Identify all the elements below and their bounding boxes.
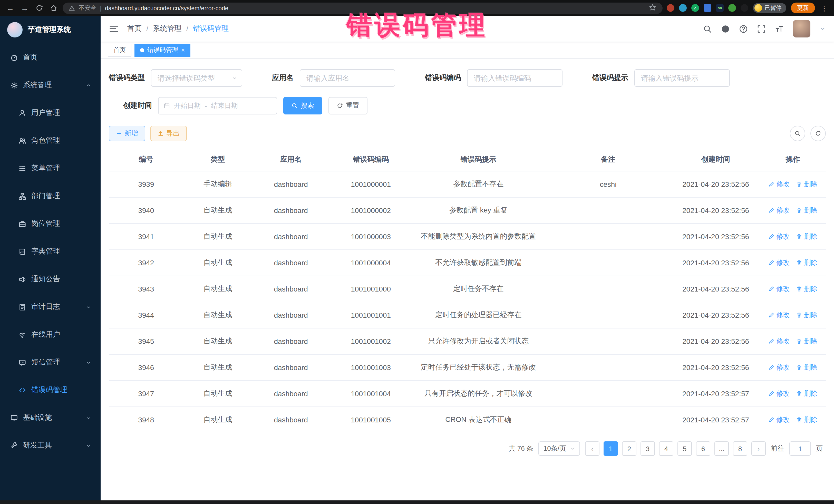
reset-button[interactable]: 重置	[328, 97, 368, 114]
sidebar-item[interactable]: 岗位管理	[0, 210, 101, 238]
edit-link[interactable]: 修改	[768, 310, 790, 320]
sidebar-item[interactable]: 基础设施	[0, 404, 101, 432]
breadcrumb-item[interactable]: 首页	[127, 24, 142, 34]
breadcrumb-item[interactable]: 系统管理	[153, 24, 182, 34]
edit-link[interactable]: 修改	[768, 337, 790, 346]
sidebar-item[interactable]: 通知公告	[0, 265, 101, 293]
edit-link[interactable]: 修改	[768, 180, 790, 189]
sidebar-item[interactable]: 首页	[0, 44, 101, 71]
extension-icon[interactable]: on	[716, 4, 724, 12]
close-tab-icon[interactable]: ×	[181, 47, 185, 53]
update-button[interactable]: 更新	[791, 3, 815, 13]
sidebar-item[interactable]: 角色管理	[0, 127, 101, 154]
error-type-select-input[interactable]	[151, 69, 242, 87]
search-icon[interactable]	[703, 24, 712, 33]
delete-link[interactable]: 删除	[796, 258, 817, 267]
profile-paused-chip[interactable]: 已暂停	[753, 3, 786, 13]
page-button[interactable]: 3	[640, 441, 655, 456]
edit-link[interactable]: 修改	[768, 232, 790, 241]
page-button[interactable]: 5	[678, 441, 692, 456]
sidebar-item[interactable]: 菜单管理	[0, 154, 101, 182]
cell-time: 2021-04-20 23:52:57	[672, 407, 760, 433]
sidebar-item[interactable]: 错误码管理	[0, 376, 101, 404]
toggle-search-button[interactable]	[790, 126, 805, 141]
delete-link[interactable]: 删除	[796, 206, 817, 215]
hamburger-icon[interactable]	[109, 24, 119, 34]
goto-page-input[interactable]	[789, 441, 811, 456]
cell-hint: 只有开启状态的任务，才可以修改	[412, 380, 545, 407]
extension-icon[interactable]	[667, 4, 674, 12]
page-button[interactable]: 8	[733, 441, 747, 456]
sidebar-item[interactable]: 审计日志	[0, 293, 101, 321]
caret-down-icon[interactable]	[820, 26, 826, 32]
cell-remark	[545, 380, 672, 407]
sidebar-item[interactable]: 在线用户	[0, 321, 101, 349]
add-button[interactable]: 新增	[109, 126, 145, 141]
refresh-table-button[interactable]	[810, 126, 826, 141]
page-button[interactable]: 6	[696, 441, 710, 456]
extension-icon[interactable]	[704, 4, 711, 12]
cell-id: 3940	[109, 197, 183, 223]
tab-1[interactable]: 错误码管理×	[134, 43, 191, 57]
sidebar-item[interactable]: 部门管理	[0, 182, 101, 210]
url-bar[interactable]: 不安全 | dashboard.yudao.iocoder.cn/system/…	[63, 2, 663, 14]
delete-link[interactable]: 删除	[796, 363, 817, 372]
extension-icon[interactable]	[728, 4, 736, 12]
home-icon[interactable]	[48, 4, 59, 12]
next-page-button[interactable]: ›	[751, 441, 766, 456]
prev-page-button[interactable]: ‹	[585, 441, 599, 456]
create-time-range[interactable]: 开始日期 - 结束日期	[158, 97, 277, 114]
delete-link[interactable]: 删除	[796, 389, 817, 398]
delete-link[interactable]: 删除	[796, 415, 817, 424]
menu-kebab-icon[interactable]: ⋮	[820, 4, 829, 12]
bookmark-star-icon[interactable]	[649, 4, 656, 12]
tab-0[interactable]: 首页	[108, 43, 131, 57]
page-button[interactable]: 1	[603, 441, 618, 456]
back-icon[interactable]: ←	[5, 4, 15, 12]
delete-link[interactable]: 删除	[796, 284, 817, 293]
reload-icon[interactable]	[34, 4, 44, 12]
edit-link[interactable]: 修改	[768, 258, 790, 267]
edit-link[interactable]: 修改	[768, 206, 790, 215]
sidebar-item[interactable]: 用户管理	[0, 99, 101, 127]
cell-time: 2021-04-20 23:52:56	[672, 250, 760, 276]
export-button[interactable]: 导出	[150, 126, 187, 141]
delete-link[interactable]: 删除	[796, 180, 817, 189]
edit-link[interactable]: 修改	[768, 389, 790, 398]
app-name-input[interactable]	[300, 69, 395, 87]
forward-icon[interactable]: →	[20, 4, 30, 12]
extension-icon[interactable]	[741, 4, 748, 12]
page-button[interactable]: 2	[622, 441, 636, 456]
cell-id: 3946	[109, 354, 183, 380]
sidebar-item[interactable]: 短信管理	[0, 349, 101, 376]
sidebar-item[interactable]: 字典管理	[0, 238, 101, 265]
edit-link[interactable]: 修改	[768, 284, 790, 293]
page-button[interactable]: ...	[715, 441, 729, 456]
extension-icon[interactable]: ✓	[691, 4, 699, 12]
breadcrumb-item[interactable]: 错误码管理	[193, 24, 229, 34]
page-button[interactable]: 4	[659, 441, 673, 456]
delete-link[interactable]: 删除	[796, 337, 817, 346]
error-type-select[interactable]	[151, 69, 242, 87]
extension-icon[interactable]	[679, 4, 687, 12]
cell-id: 3945	[109, 328, 183, 354]
edit-icon	[768, 207, 774, 214]
fullscreen-icon[interactable]	[757, 24, 766, 33]
font-size-icon[interactable]	[775, 24, 784, 33]
edit-link[interactable]: 修改	[768, 363, 790, 372]
github-icon[interactable]	[721, 24, 730, 33]
app-logo[interactable]: 芋道管理系统	[0, 16, 101, 44]
date-start-placeholder: 开始日期	[174, 101, 201, 110]
sidebar-item[interactable]: 系统管理	[0, 71, 101, 99]
delete-link[interactable]: 删除	[796, 232, 817, 241]
edit-link[interactable]: 修改	[768, 415, 790, 424]
error-hint-input[interactable]	[634, 69, 730, 87]
cell-time: 2021-04-20 23:52:56	[672, 223, 760, 250]
error-code-input[interactable]	[467, 69, 563, 87]
sidebar-item[interactable]: 研发工具	[0, 432, 101, 459]
user-avatar[interactable]	[793, 20, 810, 38]
delete-link[interactable]: 删除	[796, 310, 817, 320]
page-size-select[interactable]: 10条/页	[539, 441, 580, 456]
help-icon[interactable]	[739, 24, 748, 33]
search-button[interactable]: 搜索	[283, 97, 322, 114]
